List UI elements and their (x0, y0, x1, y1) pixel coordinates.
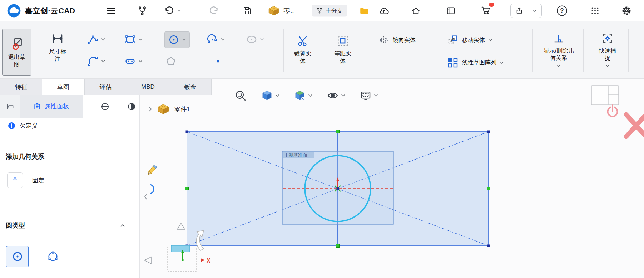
datum-half-icon[interactable] (126, 101, 137, 112)
visibility-button[interactable] (327, 89, 345, 102)
line-dropdown-chevron[interactable] (101, 38, 105, 41)
arc-dropdown-chevron[interactable] (221, 38, 225, 41)
collapse-chevron-icon[interactable] (120, 224, 125, 227)
tab-sketch[interactable]: 草图 (42, 79, 84, 95)
viewport-display-chevron[interactable] (374, 94, 378, 97)
app-logo: 嘉立创·云CAD (6, 3, 75, 18)
help-button[interactable]: ? (557, 5, 567, 16)
ribbon-divider (283, 29, 284, 72)
fixed-relation-button[interactable]: 固定 (7, 172, 44, 188)
apps-button[interactable] (590, 6, 600, 15)
rectangle-tool[interactable] (124, 34, 143, 45)
tab-mbd[interactable]: MBD (127, 79, 169, 95)
quick-snap-label: 快速捕捉 (598, 47, 617, 62)
named-views-button[interactable] (294, 89, 312, 102)
trim-entities-button[interactable]: 裁剪实体 (286, 34, 319, 65)
linear-pattern-button[interactable]: 线性草图阵列 (447, 57, 504, 69)
rectangle-tool-icon (124, 34, 136, 45)
pin-icon (11, 176, 19, 185)
exit-sketch-button[interactable]: 退出草图 (2, 29, 31, 76)
line-tool[interactable] (87, 34, 105, 45)
move-entities-button[interactable]: 移动实体 (447, 34, 492, 46)
eye-icon (327, 89, 339, 102)
circle-dropdown-chevron[interactable] (182, 38, 186, 41)
sidebar-collapse-handle[interactable] (144, 193, 148, 202)
dimension-button[interactable]: 尺寸标注 (44, 32, 71, 63)
share-dropdown-chevron[interactable] (532, 9, 537, 12)
save-button[interactable] (242, 6, 252, 15)
breadcrumb-expand-chevron[interactable] (148, 106, 152, 112)
offset-label: 等距实体 (333, 50, 352, 65)
quick-snap-dropdown-chevron[interactable] (605, 64, 610, 67)
confirm-exit-power-icon[interactable] (608, 105, 618, 117)
mirror-entities-button[interactable]: 镜向实体 (377, 34, 416, 46)
app-window: 嘉立创·云CAD 零.. 主分支 (0, 0, 644, 278)
line-tool-icon (87, 34, 99, 45)
document-button[interactable]: 零.. (267, 5, 294, 16)
ellipse-dropdown-chevron[interactable] (260, 38, 264, 41)
slot-dropdown-chevron[interactable] (138, 60, 143, 63)
ellipse-tool[interactable] (246, 34, 264, 45)
quick-snap-button[interactable]: 快速捕捉 (590, 32, 625, 67)
cancel-sketch-button[interactable] (624, 111, 644, 142)
settings-button[interactable] (621, 5, 632, 16)
visibility-chevron[interactable] (341, 94, 345, 97)
perimeter-circle-type-button[interactable] (41, 246, 64, 267)
app-title: 嘉立创·云CAD (25, 6, 75, 16)
hamburger-icon (106, 5, 117, 16)
linear-pattern-label: 线性草图阵列 (462, 59, 496, 67)
share-button[interactable] (510, 4, 542, 18)
center-circle-type-button[interactable] (6, 246, 29, 267)
redo-button[interactable] (209, 6, 219, 16)
point-tool[interactable] (214, 58, 222, 65)
branch-selector[interactable]: 主分支 (312, 5, 347, 16)
side-panel-icon (446, 6, 456, 15)
move-label: 移动实体 (462, 36, 485, 44)
center-circle-icon (11, 250, 24, 263)
ellipse-tool-icon (246, 34, 257, 45)
arc-tool[interactable] (207, 34, 225, 45)
view-orientation-chevron[interactable] (275, 94, 279, 97)
linear-pattern-dropdown-chevron[interactable] (500, 61, 504, 64)
tab-evaluate[interactable]: 评估 (85, 79, 127, 95)
move-dropdown-chevron[interactable] (488, 39, 492, 42)
cloud-sync-button[interactable] (378, 6, 390, 16)
rectangle-dropdown-chevron[interactable] (138, 38, 143, 41)
slot-tool[interactable] (124, 55, 143, 67)
ribbon-divider (370, 29, 370, 72)
folder-button[interactable] (359, 6, 369, 15)
tab-features[interactable]: 特征 (0, 79, 42, 95)
polygon-tool[interactable] (165, 55, 177, 67)
perimeter-circle-icon (47, 250, 59, 263)
tab-property-panel[interactable]: 属性面板 (20, 95, 83, 118)
git-branch-icon (137, 6, 147, 16)
show-relations-button[interactable]: 显示/删除几何关系 (535, 32, 583, 67)
property-panel-label: 属性面板 (45, 102, 69, 111)
cart-button[interactable] (480, 5, 491, 16)
circle-tool-icon (168, 34, 179, 45)
view-orientation-button[interactable] (261, 89, 279, 102)
undo-icon[interactable] (164, 6, 174, 16)
redo-icon (209, 6, 219, 16)
zoom-tool-button[interactable] (234, 89, 247, 102)
confirmation-corner[interactable] (590, 84, 625, 123)
home-button[interactable] (411, 6, 421, 15)
named-views-chevron[interactable] (308, 94, 312, 97)
fillet-dropdown-chevron[interactable] (101, 60, 105, 63)
tab-sheet-metal[interactable]: 钣金 (169, 79, 212, 95)
relations-dropdown-chevron[interactable] (556, 64, 561, 67)
ribbon-divider (78, 29, 78, 72)
circle-tool-selected[interactable] (164, 31, 190, 48)
panel-dock-button[interactable] (0, 95, 20, 118)
viewport-display-button[interactable] (360, 89, 378, 102)
fillet-tool[interactable] (87, 55, 105, 67)
version-control-button[interactable] (137, 6, 147, 16)
layout-panel-button[interactable] (446, 6, 456, 15)
snap-triangle-left-icon (144, 257, 151, 264)
datum-target-icon[interactable] (100, 101, 110, 112)
origin-axes: X (181, 250, 210, 278)
main-menu-button[interactable] (106, 5, 117, 16)
add-relations-title: 添加几何关系 (6, 152, 44, 161)
undo-dropdown-chevron[interactable] (177, 9, 181, 12)
offset-entities-button[interactable]: 等距实体 (326, 34, 360, 65)
